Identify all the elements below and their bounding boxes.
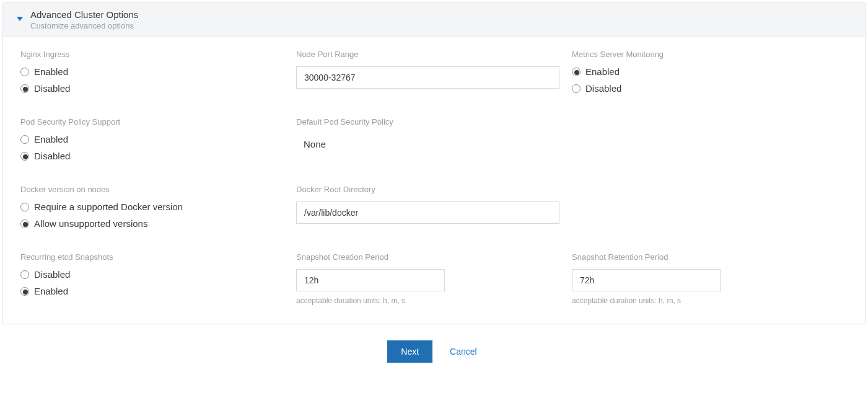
docker-root-directory-label: Docker Root Directory xyxy=(296,185,559,194)
snapshot-creation-input[interactable] xyxy=(296,269,445,291)
docker-version-allow-radio[interactable]: Allow unsupported versions xyxy=(20,218,284,229)
radio-label: Disabled xyxy=(585,83,621,94)
panel-subtitle: Customize advanced options xyxy=(30,21,856,30)
radio-label: Enabled xyxy=(585,66,620,77)
radio-icon xyxy=(20,152,29,161)
radio-icon xyxy=(20,270,29,279)
node-port-range-input[interactable] xyxy=(296,66,559,89)
docker-version-require-radio[interactable]: Require a supported Docker version xyxy=(20,202,284,212)
metrics-server-enabled-radio[interactable]: Enabled xyxy=(572,66,835,77)
radio-icon xyxy=(20,287,29,296)
panel-body: Nginx Ingress Enabled Disabled Node Port… xyxy=(3,37,865,324)
snapshot-retention-input[interactable] xyxy=(572,269,721,291)
snapshot-retention-hint: acceptable duration units: h, m, s xyxy=(572,296,835,305)
panel-title: Advanced Cluster Options xyxy=(30,9,856,20)
snapshot-retention-label: Snapshot Retention Period xyxy=(572,252,835,262)
default-pod-security-policy-label: Default Pod Security Policy xyxy=(296,117,559,126)
pod-security-disabled-radio[interactable]: Disabled xyxy=(20,151,284,161)
recurring-snapshots-disabled-radio[interactable]: Disabled xyxy=(20,269,284,280)
recurring-snapshots-label: Recurring etcd Snapshots xyxy=(20,252,284,262)
radio-label: Require a supported Docker version xyxy=(34,202,183,212)
radio-icon xyxy=(572,84,581,93)
panel-header[interactable]: Advanced Cluster Options Customize advan… xyxy=(3,3,865,37)
snapshot-creation-hint: acceptable duration units: h, m, s xyxy=(296,296,559,305)
recurring-snapshots-enabled-radio[interactable]: Enabled xyxy=(20,286,284,296)
radio-label: Enabled xyxy=(34,134,68,144)
radio-icon xyxy=(20,219,29,228)
metrics-server-disabled-radio[interactable]: Disabled xyxy=(572,83,835,94)
next-button[interactable]: Next xyxy=(387,340,432,363)
radio-label: Enabled xyxy=(34,286,68,296)
pod-security-enabled-radio[interactable]: Enabled xyxy=(20,134,284,144)
radio-icon xyxy=(20,135,29,144)
radio-label: Allow unsupported versions xyxy=(34,218,147,229)
metrics-server-label: Metrics Server Monitoring xyxy=(572,50,835,59)
snapshot-creation-label: Snapshot Creation Period xyxy=(296,252,559,262)
radio-icon xyxy=(572,68,581,76)
radio-label: Disabled xyxy=(34,83,70,94)
radio-icon xyxy=(20,203,29,211)
chevron-down-icon xyxy=(17,17,23,21)
nginx-ingress-label: Nginx Ingress xyxy=(20,50,284,59)
radio-label: Disabled xyxy=(34,151,70,161)
nginx-ingress-disabled-radio[interactable]: Disabled xyxy=(20,83,284,94)
radio-icon xyxy=(20,68,29,76)
node-port-range-label: Node Port Range xyxy=(296,50,559,59)
cancel-button[interactable]: Cancel xyxy=(446,346,481,357)
radio-label: Enabled xyxy=(34,66,68,77)
radio-icon xyxy=(20,84,29,93)
advanced-cluster-options-panel: Advanced Cluster Options Customize advan… xyxy=(2,2,866,324)
pod-security-support-label: Pod Security Policy Support xyxy=(20,117,284,126)
default-pod-security-policy-value: None xyxy=(296,134,559,154)
nginx-ingress-enabled-radio[interactable]: Enabled xyxy=(20,66,284,77)
docker-root-directory-input[interactable] xyxy=(296,202,559,224)
footer-actions: Next Cancel xyxy=(0,327,868,369)
radio-label: Disabled xyxy=(34,269,70,280)
docker-version-label: Docker version on nodes xyxy=(20,185,284,194)
